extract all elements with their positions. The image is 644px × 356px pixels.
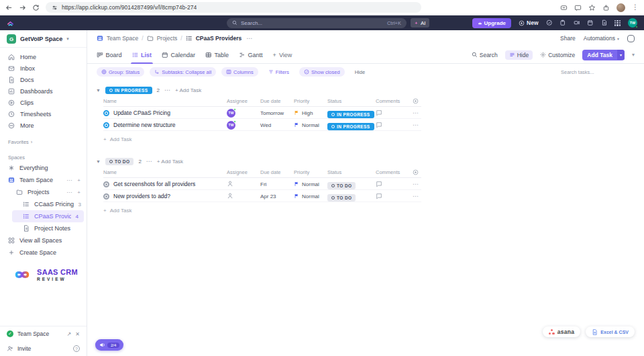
tab-board[interactable]: Board [97, 46, 122, 63]
views-panel-icon[interactable] [627, 35, 635, 42]
breadcrumb-more-icon[interactable]: ⋯ [246, 35, 252, 42]
sidebar-item-clips[interactable]: Clips [0, 97, 87, 108]
priority-cell[interactable]: Normal [294, 181, 327, 187]
sidebar-item-view-all-spaces[interactable]: View all Spaces [0, 234, 87, 247]
priority-cell[interactable]: Normal [294, 122, 327, 128]
check-circle-icon[interactable] [546, 19, 553, 26]
add-task-dropdown-icon[interactable]: ▾ [617, 50, 625, 60]
group-more-icon[interactable]: ⋯ [164, 87, 170, 93]
share-button[interactable]: Share [560, 35, 576, 42]
upgrade-button[interactable]: Upgrade [472, 18, 511, 28]
sidebar-item-more[interactable]: More [0, 120, 87, 131]
back-icon[interactable] [5, 4, 13, 11]
import-excel-csv-button[interactable]: Excel & CSV [586, 326, 635, 337]
add-task-row[interactable]: +Add Task [103, 134, 644, 144]
row-more-icon[interactable]: ⋯ [408, 193, 419, 199]
assignee-cell[interactable] [227, 190, 260, 202]
task-row[interactable]: New providers to add? Apr 23 Normal TO D… [103, 190, 421, 202]
collapse-group-icon[interactable]: ▼ [96, 88, 101, 93]
priority-cell[interactable]: Normal [294, 193, 327, 199]
task-name-cell[interactable]: Get screenshots for all providers [103, 181, 227, 187]
task-status-icon[interactable] [103, 193, 109, 199]
open-external-icon[interactable]: ↗ [67, 331, 72, 337]
tab-list[interactable]: List [132, 46, 152, 63]
status-cell[interactable]: IN PROGRESS [327, 107, 376, 119]
cast-icon[interactable] [574, 4, 582, 11]
close-icon[interactable]: ✕ [75, 331, 80, 337]
more-icon[interactable]: ⋯ [66, 189, 72, 195]
forward-icon[interactable] [19, 4, 26, 11]
sidebar-item-dashboards[interactable]: Dashboards [0, 85, 87, 97]
sidebar-item-project-notes[interactable]: Project Notes [0, 222, 87, 234]
task-status-icon[interactable] [103, 122, 109, 128]
breadcrumb-current[interactable]: CPaaS Providers [196, 35, 242, 42]
comments-cell[interactable] [376, 190, 408, 202]
breadcrumb-space[interactable]: Team Space [107, 35, 138, 42]
calendar-icon[interactable] [587, 19, 594, 26]
tab-calendar[interactable]: Calendar [162, 46, 195, 63]
assignee-cell[interactable] [227, 178, 260, 190]
task-status-icon[interactable] [103, 181, 109, 187]
help-icon[interactable]: ? [73, 345, 80, 352]
group-by-pill[interactable]: Group: Status [97, 67, 144, 77]
group-add-task-button[interactable]: + Add Task [157, 159, 183, 165]
due-date-cell[interactable]: Apr 23 [260, 193, 294, 199]
invite-button[interactable]: Invite ? [0, 341, 87, 356]
sidebar-item-cpaas-providers[interactable]: CPaaS Providers4 [12, 210, 84, 222]
add-task-row[interactable]: +Add Task [103, 205, 644, 216]
comments-cell[interactable] [376, 107, 408, 119]
onboarding-widget[interactable]: 2/4 [95, 339, 123, 351]
add-icon[interactable]: + [77, 189, 81, 195]
browser-profile-avatar[interactable] [616, 3, 625, 12]
row-more-icon[interactable]: ⋯ [408, 109, 419, 116]
collapse-group-icon[interactable]: ▼ [96, 159, 101, 164]
address-bar[interactable]: https://app.clickup.com/9014287499/v/l/8… [46, 2, 421, 13]
new-button[interactable]: New [519, 19, 538, 26]
show-closed-pill[interactable]: Show closed [299, 67, 345, 77]
task-search-input[interactable] [561, 69, 635, 75]
browser-menu-icon[interactable]: ⋮ [632, 4, 639, 11]
row-more-icon[interactable]: ⋯ [408, 181, 419, 187]
hide-button[interactable]: Hide [505, 50, 533, 60]
sidebar-item-ccaas-pricing[interactable]: CCaaS Pricing3 [0, 198, 87, 210]
due-date-cell[interactable]: Wed [260, 122, 294, 128]
import-asana-button[interactable]: asana [543, 326, 581, 337]
status-cell[interactable]: TO DO [327, 178, 376, 190]
status-badge[interactable]: TO DO [105, 158, 133, 165]
global-search-bar[interactable]: Search... Ctrl+K [227, 18, 407, 28]
task-row[interactable]: Determine new structure TW Wed Normal IN… [103, 119, 421, 131]
workspace-switcher[interactable]: G GetVoIP Space ▾ [0, 30, 87, 48]
sidebar-item-everything[interactable]: Everything [0, 162, 87, 174]
extensions-puzzle-icon[interactable] [602, 4, 610, 11]
due-date-cell[interactable]: Fri [260, 181, 294, 187]
sidebar-item-team-space[interactable]: Team Space⋯+ [0, 174, 87, 186]
notepad-icon[interactable] [601, 19, 608, 26]
task-status-icon[interactable] [103, 110, 109, 116]
bookmark-star-icon[interactable] [588, 4, 596, 11]
clickup-logo-icon[interactable] [7, 19, 14, 27]
tab-table[interactable]: Table [205, 46, 229, 63]
add-column-icon[interactable] [408, 98, 419, 104]
assignee-cell[interactable]: TW [227, 109, 260, 118]
sidebar-item-timesheets[interactable]: Timesheets [0, 108, 87, 120]
due-date-cell[interactable]: Tomorrow [260, 110, 294, 116]
task-name-cell[interactable]: New providers to add? [103, 193, 227, 199]
sidebar-item-home[interactable]: Home [0, 51, 87, 62]
toolbar-hide-button[interactable]: Hide [350, 67, 370, 77]
sidebar-item-projects[interactable]: Projects⋯+ [0, 186, 87, 198]
columns-pill[interactable]: Columns [221, 67, 258, 77]
automations-button[interactable]: Automations ▾ [584, 35, 619, 42]
task-row[interactable]: Get screenshots for all providers Fri No… [103, 178, 421, 190]
add-task-button[interactable]: Add Task▾ [582, 50, 625, 60]
priority-cell[interactable]: High [294, 110, 327, 116]
tab-gantt[interactable]: Gantt [239, 46, 263, 63]
filters-pill[interactable]: Filters [264, 67, 294, 77]
comments-cell[interactable] [376, 178, 408, 190]
task-name-cell[interactable]: Update CPaaS Pricing [103, 109, 227, 116]
add-view-button[interactable]: +View [273, 46, 292, 63]
group-add-task-button[interactable]: + Add Task [175, 87, 201, 93]
add-column-icon[interactable] [408, 169, 419, 175]
ai-button[interactable]: AI [411, 18, 429, 28]
customize-button[interactable]: Customize [540, 52, 575, 58]
breadcrumb-folder[interactable]: Projects [157, 35, 178, 42]
